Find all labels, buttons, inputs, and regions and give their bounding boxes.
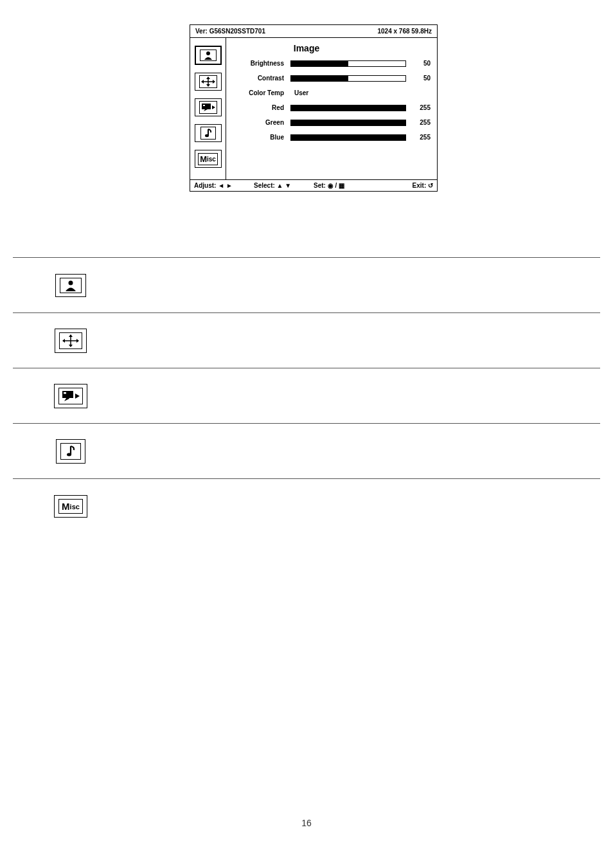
svg-marker-9 bbox=[212, 105, 215, 109]
value-red: 255 bbox=[406, 104, 431, 111]
slider-fill bbox=[291, 76, 348, 81]
page-number: 16 bbox=[0, 818, 613, 828]
label-contrast: Contrast bbox=[233, 75, 290, 82]
ref-image-icon-box bbox=[55, 274, 86, 297]
table-row bbox=[13, 312, 600, 368]
osd-section-title: Image bbox=[233, 43, 431, 53]
image-icon bbox=[60, 278, 82, 293]
footer-select: Select: ▲ ▼ bbox=[254, 182, 314, 189]
label-red: Red bbox=[233, 104, 290, 111]
slider-fill bbox=[291, 135, 405, 140]
row-brightness[interactable]: Brightness 50 bbox=[233, 60, 431, 67]
osd-content: Image Brightness 50 Contrast 50 Color Te… bbox=[226, 38, 437, 179]
svg-marker-4 bbox=[206, 84, 210, 87]
svg-marker-3 bbox=[206, 77, 210, 79]
misc-icon: Misc bbox=[58, 499, 83, 514]
slider-green[interactable] bbox=[290, 120, 406, 126]
osd-footer: Adjust: ◄ ► Select: ▲ ▼ Set: ◉ / ▦ Exit:… bbox=[190, 179, 437, 191]
audio-icon bbox=[60, 443, 81, 460]
row-green[interactable]: Green 255 bbox=[233, 119, 431, 126]
row-colortemp[interactable]: Color Temp User bbox=[233, 89, 431, 96]
table-row bbox=[13, 368, 600, 423]
row-red[interactable]: Red 255 bbox=[233, 104, 431, 111]
osd-resolution: 1024 x 768 59.8Hz bbox=[377, 28, 432, 35]
sidebar-item-language[interactable] bbox=[195, 98, 222, 116]
table-row bbox=[13, 423, 600, 478]
svg-marker-14 bbox=[69, 334, 73, 337]
value-colortemp: User bbox=[290, 89, 431, 96]
slider-red[interactable] bbox=[290, 105, 406, 111]
position-icon bbox=[59, 332, 82, 349]
svg-point-10 bbox=[205, 134, 209, 137]
svg-point-0 bbox=[206, 51, 210, 55]
language-icon bbox=[58, 388, 83, 404]
svg-rect-19 bbox=[64, 392, 66, 394]
osd-version: Ver: G56SN20SSTD701 bbox=[195, 28, 265, 35]
svg-rect-8 bbox=[203, 105, 205, 106]
footer-set: Set: ◉ / ▦ bbox=[314, 182, 373, 189]
osd-sidebar: Misc bbox=[190, 38, 226, 179]
language-icon bbox=[199, 101, 217, 114]
slider-blue[interactable] bbox=[290, 134, 406, 141]
value-brightness: 50 bbox=[406, 60, 431, 67]
row-blue[interactable]: Blue 255 bbox=[233, 134, 431, 141]
svg-marker-5 bbox=[201, 80, 204, 84]
svg-point-11 bbox=[69, 280, 73, 285]
ref-misc-icon-box: Misc bbox=[54, 495, 87, 518]
position-icon bbox=[199, 75, 217, 88]
value-blue: 255 bbox=[406, 134, 431, 141]
label-colortemp: Color Temp bbox=[233, 89, 290, 96]
image-icon bbox=[200, 50, 217, 61]
table-row: Misc bbox=[13, 478, 600, 534]
ref-language-icon-box bbox=[54, 384, 87, 408]
sidebar-item-position[interactable] bbox=[195, 73, 222, 91]
label-green: Green bbox=[233, 119, 290, 126]
row-contrast[interactable]: Contrast 50 bbox=[233, 75, 431, 82]
ref-audio-icon-box bbox=[56, 439, 85, 464]
icon-reference-table: Misc bbox=[13, 257, 600, 534]
footer-adjust: Adjust: ◄ ► bbox=[194, 182, 254, 189]
svg-marker-20 bbox=[75, 393, 80, 399]
svg-point-21 bbox=[67, 453, 71, 456]
svg-marker-17 bbox=[76, 339, 79, 343]
table-row bbox=[13, 257, 600, 312]
label-brightness: Brightness bbox=[233, 60, 290, 67]
slider-fill bbox=[291, 105, 405, 111]
ref-position-icon-box bbox=[55, 329, 87, 353]
value-contrast: 50 bbox=[406, 75, 431, 82]
misc-icon: Misc bbox=[198, 153, 218, 165]
sidebar-item-image[interactable] bbox=[195, 46, 222, 65]
osd-panel: Ver: G56SN20SSTD701 1024 x 768 59.8Hz bbox=[190, 24, 438, 192]
slider-fill bbox=[291, 120, 405, 125]
slider-brightness[interactable] bbox=[290, 60, 406, 67]
value-green: 255 bbox=[406, 119, 431, 126]
slider-contrast[interactable] bbox=[290, 75, 406, 82]
osd-body: Misc Image Brightness 50 Contrast 50 bbox=[190, 38, 437, 179]
label-blue: Blue bbox=[233, 134, 290, 141]
sidebar-item-audio[interactable] bbox=[195, 124, 222, 142]
svg-marker-6 bbox=[213, 80, 215, 84]
slider-fill bbox=[291, 61, 348, 66]
svg-marker-15 bbox=[69, 345, 73, 347]
footer-exit: Exit: ↺ bbox=[373, 182, 433, 189]
osd-header: Ver: G56SN20SSTD701 1024 x 768 59.8Hz bbox=[190, 25, 437, 38]
sidebar-item-misc[interactable]: Misc bbox=[195, 150, 222, 168]
audio-icon bbox=[200, 127, 216, 140]
svg-marker-16 bbox=[62, 339, 65, 343]
